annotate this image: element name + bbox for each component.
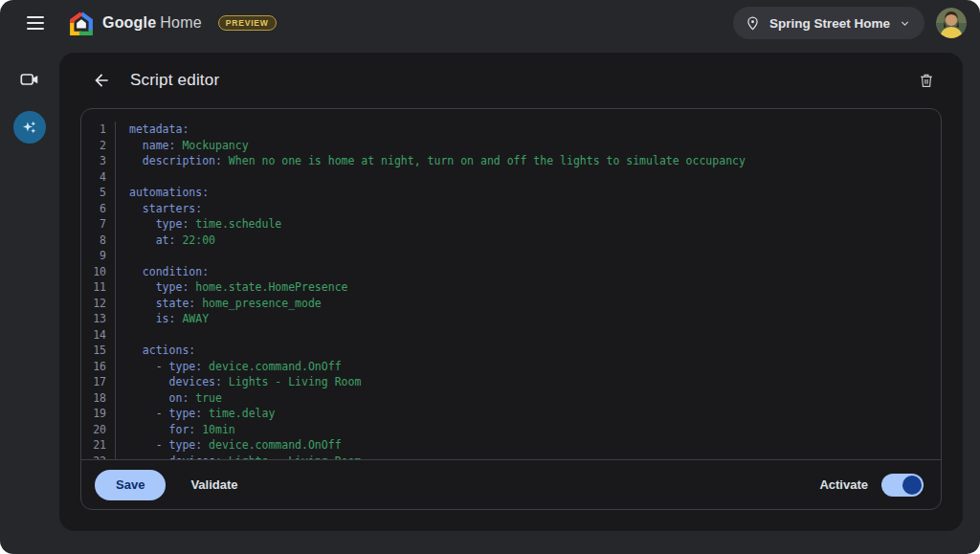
code-line: 8 at: 22:00	[81, 233, 941, 249]
automations-nav-button[interactable]	[13, 111, 46, 144]
sparkle-icon	[20, 118, 39, 137]
code-line: 12 state: home_presence_mode	[81, 296, 941, 312]
code-line: 16 - type: device.command.OnOff	[81, 359, 941, 375]
code-line: 15 actions:	[81, 343, 941, 359]
left-sidebar	[0, 46, 59, 554]
code-text: devices: Lights - Living Room	[116, 374, 361, 390]
code-text	[116, 327, 136, 343]
line-number: 4	[81, 169, 116, 186]
code-text	[116, 169, 136, 186]
code-text: is: AWAY	[116, 311, 209, 327]
code-text: automations:	[116, 185, 209, 201]
line-number: 3	[81, 153, 116, 169]
script-editor-header: Script editor	[59, 53, 963, 108]
line-number: 13	[81, 311, 116, 327]
delete-script-button[interactable]	[913, 67, 940, 94]
back-arrow-icon	[92, 71, 111, 90]
code-text	[116, 248, 136, 264]
code-line: 10 condition:	[81, 264, 941, 280]
cameras-nav-button[interactable]	[13, 63, 46, 96]
code-line: 7 type: time.schedule	[81, 216, 941, 233]
code-text: name: Mockupancy	[116, 138, 249, 154]
top-bar: GoogleHome PREVIEW Spring Street Home	[0, 0, 980, 46]
hamburger-menu-button[interactable]	[19, 7, 52, 39]
line-number: 1	[81, 122, 116, 138]
code-text: metadata:	[116, 122, 189, 138]
line-number: 2	[81, 138, 116, 154]
code-line: 9	[81, 248, 941, 264]
code-text: - type: time.delay	[116, 406, 275, 422]
activate-toggle[interactable]	[881, 474, 924, 497]
line-number: 12	[81, 296, 116, 312]
code-editor[interactable]: 1metadata:2 name: Mockupancy3 descriptio…	[81, 109, 941, 459]
code-text: state: home_presence_mode	[116, 296, 322, 312]
code-text: starters:	[116, 201, 202, 217]
editor-footer: Save Validate Activate	[81, 459, 941, 509]
code-line: 1metadata:	[81, 122, 941, 138]
top-bar-right: Spring Street Home	[733, 7, 967, 39]
google-home-logo	[69, 11, 94, 35]
line-number: 19	[81, 406, 116, 422]
save-button[interactable]: Save	[95, 470, 166, 500]
brand: GoogleHome PREVIEW	[69, 11, 277, 35]
code-line: 19 - type: time.delay	[81, 406, 941, 422]
trash-icon	[918, 72, 935, 89]
toggle-thumb	[902, 476, 922, 495]
code-text: type: time.schedule	[116, 216, 281, 233]
line-number: 15	[81, 343, 116, 359]
back-button[interactable]	[88, 67, 115, 94]
line-number: 14	[81, 327, 116, 343]
code-text: for: 10min	[116, 422, 235, 438]
home-selector[interactable]: Spring Street Home	[733, 7, 924, 39]
script-editor-panel: Script editor 1metadata:2 name: Mockupan…	[59, 53, 963, 531]
code-line: 2 name: Mockupancy	[81, 138, 941, 154]
code-text: condition:	[116, 264, 209, 280]
line-number: 11	[81, 279, 116, 296]
code-line: 20 for: 10min	[81, 422, 941, 438]
line-number: 16	[81, 359, 116, 375]
video-camera-icon	[19, 69, 40, 90]
line-number: 20	[81, 422, 116, 438]
line-number: 10	[81, 264, 116, 280]
line-number: 7	[81, 216, 116, 233]
preview-badge: PREVIEW	[218, 15, 277, 31]
line-number: 9	[81, 248, 116, 264]
chevron-down-icon	[899, 17, 911, 30]
line-number: 17	[81, 374, 116, 390]
code-text: - type: device.command.OnOff	[116, 359, 342, 375]
code-line: 3 description: When no one is home at ni…	[81, 153, 941, 169]
line-number: 18	[81, 390, 116, 407]
code-text: at: 22:00	[116, 233, 215, 249]
code-line: 5automations:	[81, 185, 941, 201]
code-text: type: home.state.HomePresence	[116, 279, 347, 296]
code-text: actions:	[116, 343, 195, 359]
home-selector-label: Spring Street Home	[769, 16, 890, 31]
code-text: description: When no one is home at nigh…	[116, 153, 746, 169]
code-line: 14	[81, 327, 941, 343]
code-line: 6 starters:	[81, 201, 941, 217]
line-number: 21	[81, 437, 116, 454]
location-pin-icon	[745, 15, 761, 32]
user-avatar[interactable]	[936, 8, 967, 38]
app-window: GoogleHome PREVIEW Spring Street Home	[0, 0, 980, 554]
line-number: 6	[81, 201, 116, 217]
code-line: 17 devices: Lights - Living Room	[81, 374, 941, 390]
validate-button[interactable]: Validate	[190, 477, 237, 492]
code-line: 4	[81, 169, 941, 186]
code-line: 13 is: AWAY	[81, 311, 941, 327]
line-number: 8	[81, 233, 116, 249]
page-title: Script editor	[130, 71, 219, 90]
code-line: 11 type: home.state.HomePresence	[81, 279, 941, 296]
code-editor-box: 1metadata:2 name: Mockupancy3 descriptio…	[80, 108, 942, 510]
code-line: 21 - type: device.command.OnOff	[81, 437, 941, 454]
activate-label: Activate	[819, 477, 868, 492]
code-text: - type: device.command.OnOff	[116, 437, 342, 454]
code-text: on: true	[116, 390, 222, 407]
code-line: 18 on: true	[81, 390, 941, 407]
line-number: 5	[81, 185, 116, 201]
app-title: GoogleHome	[102, 14, 202, 32]
